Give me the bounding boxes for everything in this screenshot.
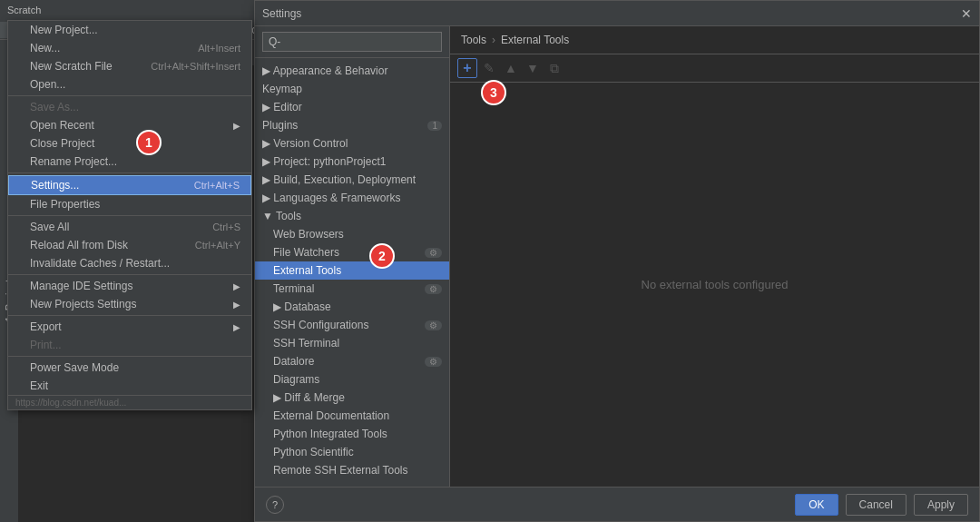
menu-close-project[interactable]: Close Project xyxy=(8,134,251,153)
menu-new-project[interactable]: New Project... xyxy=(8,21,251,39)
menu-invalidate-caches[interactable]: Invalidate Caches / Restart... xyxy=(8,254,251,272)
tree-datalore[interactable]: Datalore ⚙ xyxy=(255,352,449,370)
file-watchers-badge: ⚙ xyxy=(425,248,442,258)
tree-tools[interactable]: ▼ Tools xyxy=(255,207,449,225)
tree-version-control[interactable]: ▶ Version Control xyxy=(255,134,449,153)
tree-terminal[interactable]: Terminal ⚙ xyxy=(255,280,449,298)
url-hint: https://blog.csdn.net/kuad... xyxy=(8,395,251,409)
settings-search-input[interactable] xyxy=(262,32,442,52)
close-button[interactable]: ✕ xyxy=(961,6,972,21)
separator-6 xyxy=(8,356,251,357)
breadcrumb-separator: › xyxy=(492,34,495,46)
tree-ssh-terminal[interactable]: SSH Terminal xyxy=(255,334,449,352)
help-button[interactable]: ? xyxy=(266,496,284,514)
file-menu-dropdown: New Project... New... Alt+Insert New Scr… xyxy=(7,20,252,410)
menu-save-as: Save As... xyxy=(8,98,251,116)
settings-search-area xyxy=(255,26,449,58)
tree-appearance[interactable]: ▶ Appearance & Behavior xyxy=(255,62,449,80)
tree-external-docs[interactable]: External Documentation xyxy=(255,407,449,425)
settings-dialog: Settings ✕ ▶ Appearance & Behavior Keyma… xyxy=(254,0,980,522)
tree-web-browsers[interactable]: Web Browsers xyxy=(255,225,449,243)
breadcrumb-current: External Tools xyxy=(501,34,569,46)
plugins-badge: 1 xyxy=(427,121,442,131)
empty-message: No external tools configured xyxy=(642,278,789,291)
apply-button[interactable]: Apply xyxy=(914,494,968,516)
ide-title: Scratch xyxy=(7,5,41,15)
move-up-button[interactable]: ▲ xyxy=(501,58,521,78)
add-tool-button[interactable]: + xyxy=(457,58,477,78)
menu-new-scratch[interactable]: New Scratch File Ctrl+Alt+Shift+Insert xyxy=(8,57,251,75)
menu-rename-project[interactable]: Rename Project... xyxy=(8,153,251,171)
datalore-badge: ⚙ xyxy=(425,357,442,367)
dialog-body: ▶ Appearance & Behavior Keymap ▶ Editor … xyxy=(255,26,979,487)
settings-right-header: Tools › External Tools xyxy=(450,26,979,54)
dialog-title: Settings xyxy=(262,7,301,20)
tree-database[interactable]: ▶ Database xyxy=(255,298,449,316)
tree-build[interactable]: ▶ Build, Execution, Deployment xyxy=(255,171,449,189)
copy-tool-button[interactable]: ⧉ xyxy=(544,58,564,78)
separator-4 xyxy=(8,274,251,275)
menu-export[interactable]: Export ▶ xyxy=(8,318,251,336)
tree-plugins[interactable]: Plugins 1 xyxy=(255,116,449,134)
separator-1 xyxy=(8,95,251,96)
settings-empty-content: No external tools configured xyxy=(450,83,979,487)
terminal-badge: ⚙ xyxy=(425,284,442,294)
tree-keymap[interactable]: Keymap xyxy=(255,80,449,98)
tree-project[interactable]: ▶ Project: pythonProject1 xyxy=(255,153,449,171)
cancel-button[interactable]: Cancel xyxy=(846,494,906,516)
edit-tool-button[interactable]: ✎ xyxy=(479,58,499,78)
dialog-titlebar: Settings ✕ xyxy=(255,1,979,26)
annotation-3: 3 xyxy=(481,80,506,105)
separator-5 xyxy=(8,315,251,316)
annotation-1: 1 xyxy=(136,130,162,155)
tree-external-tools[interactable]: External Tools xyxy=(255,261,449,280)
menu-exit[interactable]: Exit xyxy=(8,377,251,395)
tree-file-watchers[interactable]: File Watchers ⚙ xyxy=(255,243,449,261)
settings-left-panel: ▶ Appearance & Behavior Keymap ▶ Editor … xyxy=(255,26,450,487)
breadcrumb-parent: Tools xyxy=(461,34,486,46)
tree-diff-merge[interactable]: ▶ Diff & Merge xyxy=(255,389,449,407)
separator-3 xyxy=(8,215,251,216)
tree-remote-ssh[interactable]: Remote SSH External Tools xyxy=(255,461,449,479)
menu-reload[interactable]: Reload All from Disk Ctrl+Alt+Y xyxy=(8,236,251,254)
menu-new-projects-settings[interactable]: New Projects Settings ▶ xyxy=(8,295,251,313)
tree-languages[interactable]: ▶ Languages & Frameworks xyxy=(255,189,449,207)
tree-ssh-configs[interactable]: SSH Configurations ⚙ xyxy=(255,316,449,334)
move-down-button[interactable]: ▼ xyxy=(523,58,543,78)
settings-tree: ▶ Appearance & Behavior Keymap ▶ Editor … xyxy=(255,58,449,487)
menu-open-recent[interactable]: Open Recent ▶ xyxy=(8,116,251,134)
settings-toolbar: + ✎ ▲ ▼ ⧉ xyxy=(450,54,979,83)
menu-file-properties[interactable]: File Properties xyxy=(8,195,251,213)
tree-editor[interactable]: ▶ Editor xyxy=(255,98,449,116)
menu-new[interactable]: New... Alt+Insert xyxy=(8,39,251,57)
menu-settings[interactable]: Settings... Ctrl+Alt+S xyxy=(8,175,251,195)
ssh-config-badge: ⚙ xyxy=(425,320,442,330)
menu-print: Print... xyxy=(8,336,251,354)
menu-power-save[interactable]: Power Save Mode xyxy=(8,359,251,377)
tree-python-scientific[interactable]: Python Scientific xyxy=(255,443,449,461)
settings-right-panel: Tools › External Tools + ✎ ▲ ▼ ⧉ No exte… xyxy=(450,26,979,487)
menu-save-all[interactable]: Save All Ctrl+S xyxy=(8,218,251,236)
dialog-footer: ? OK Cancel Apply xyxy=(255,487,979,521)
annotation-2: 2 xyxy=(369,243,395,269)
menu-manage-ide[interactable]: Manage IDE Settings ▶ xyxy=(8,277,251,295)
ok-button[interactable]: OK xyxy=(795,494,838,516)
menu-open[interactable]: Open... xyxy=(8,75,251,94)
tree-python-integrated[interactable]: Python Integrated Tools xyxy=(255,425,449,443)
separator-2 xyxy=(8,172,251,173)
tree-diagrams[interactable]: Diagrams xyxy=(255,370,449,389)
